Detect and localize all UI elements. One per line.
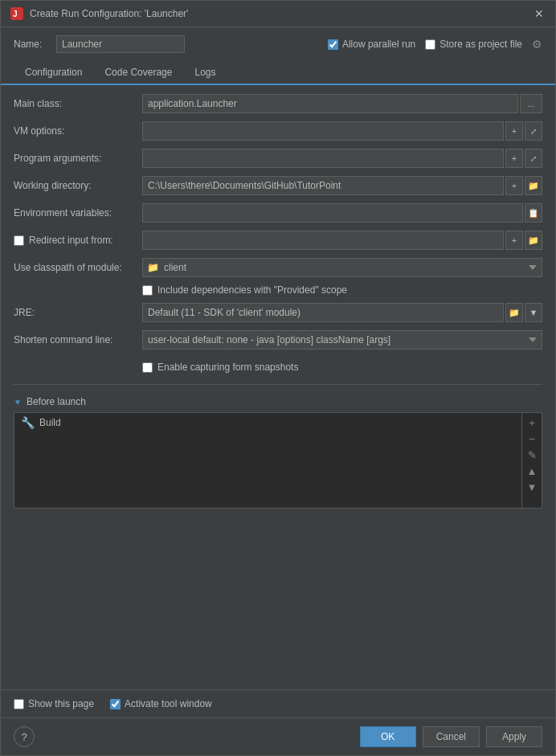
- activate-tool-window-label[interactable]: Activate tool window: [110, 698, 212, 709]
- triangle-icon: ▼: [14, 398, 22, 407]
- before-launch-add-button[interactable]: +: [524, 415, 540, 431]
- program-arguments-expand-button[interactable]: ⤢: [525, 149, 542, 168]
- program-arguments-input[interactable]: [142, 149, 504, 168]
- content-area: Main class: ... VM options: + ⤢ Program …: [1, 85, 555, 689]
- close-button[interactable]: ✕: [533, 7, 546, 20]
- tabs: Configuration Code Coverage Logs: [1, 61, 555, 85]
- allow-parallel-label[interactable]: Allow parallel run: [328, 39, 415, 50]
- jre-input[interactable]: [142, 303, 504, 322]
- shorten-command-select[interactable]: user-local default: none - java [options…: [142, 330, 542, 349]
- jre-input-group: 📁 ▼: [142, 303, 542, 322]
- shorten-command-row: Shorten command line: user-local default…: [14, 329, 542, 350]
- env-variables-label: Environment variables:: [14, 207, 142, 219]
- redirect-input-input[interactable]: [142, 231, 504, 250]
- redirect-input-group: + 📁: [142, 231, 542, 250]
- program-arguments-add-button[interactable]: +: [505, 149, 523, 168]
- working-directory-add-button[interactable]: +: [505, 176, 523, 195]
- env-variables-input[interactable]: [142, 203, 523, 223]
- main-class-browse-button[interactable]: ...: [520, 94, 542, 113]
- jre-dropdown-button[interactable]: ▼: [525, 303, 542, 322]
- name-row: Name: Allow parallel run Store as projec…: [1, 27, 555, 61]
- program-arguments-label: Program arguments:: [14, 153, 142, 164]
- vm-options-label: VM options:: [14, 125, 142, 137]
- allow-parallel-text: Allow parallel run: [342, 39, 415, 50]
- vm-options-input-group: + ⤢: [142, 121, 542, 141]
- program-arguments-row: Program arguments: + ⤢: [14, 148, 542, 169]
- before-launch-build-label: Build: [39, 417, 61, 428]
- working-directory-browse-button[interactable]: 📁: [525, 176, 542, 195]
- app-icon: J: [10, 7, 23, 20]
- before-launch-item: 🔧 Build: [14, 413, 521, 432]
- show-this-page-label[interactable]: Show this page: [14, 698, 94, 709]
- working-directory-row: Working directory: + 📁: [14, 175, 542, 196]
- redirect-input-checkbox[interactable]: [14, 235, 24, 246]
- gear-icon[interactable]: ⚙: [532, 38, 542, 51]
- before-launch-with-side: 🔧 Build + − ✎ ▲ ▼: [14, 413, 542, 508]
- ok-button[interactable]: OK: [360, 726, 416, 747]
- before-launch-area: 🔧 Build + − ✎ ▲ ▼: [14, 412, 542, 509]
- shorten-command-label: Shorten command line:: [14, 334, 142, 345]
- options-row: Allow parallel run Store as project file…: [328, 38, 542, 51]
- capture-snapshots-checkbox[interactable]: [142, 362, 153, 373]
- before-launch-down-button[interactable]: ▼: [524, 479, 540, 495]
- redirect-input-add-button[interactable]: +: [505, 231, 523, 250]
- working-directory-input[interactable]: [142, 176, 504, 195]
- build-icon: 🔧: [21, 416, 35, 429]
- main-class-input[interactable]: [142, 94, 518, 113]
- cancel-button[interactable]: Cancel: [423, 726, 480, 747]
- vm-options-expand-button[interactable]: ⤢: [525, 121, 542, 141]
- vm-options-add-button[interactable]: +: [505, 121, 523, 141]
- tab-logs[interactable]: Logs: [183, 61, 227, 85]
- store-as-project-label[interactable]: Store as project file: [425, 39, 522, 50]
- help-button[interactable]: ?: [14, 726, 35, 747]
- before-launch-up-button[interactable]: ▲: [524, 463, 540, 479]
- name-label: Name:: [14, 39, 50, 50]
- main-class-row: Main class: ...: [14, 93, 542, 114]
- allow-parallel-checkbox[interactable]: [328, 39, 338, 50]
- capture-snapshots-label: Enable capturing form snapshots: [157, 362, 298, 373]
- dialog-title: Create Run Configuration: 'Launcher': [30, 8, 526, 19]
- capture-snapshots-row: Enable capturing form snapshots: [14, 357, 542, 378]
- include-deps-checkbox[interactable]: [142, 285, 153, 296]
- env-variables-row: Environment variables: 📋: [14, 202, 542, 223]
- classpath-module-row: Use classpath of module: 📁 client: [14, 257, 542, 278]
- capture-snapshots-group: Enable capturing form snapshots: [142, 362, 298, 373]
- jre-browse-button[interactable]: 📁: [505, 303, 523, 322]
- include-deps-row: Include dependencies with "Provided" sco…: [142, 284, 542, 296]
- before-launch-title: Before launch: [27, 396, 86, 407]
- apply-button[interactable]: Apply: [486, 726, 542, 747]
- before-launch-remove-button[interactable]: −: [524, 431, 540, 447]
- classpath-module-select-wrap: 📁 client: [142, 258, 542, 277]
- env-variables-copy-button[interactable]: 📋: [525, 203, 542, 223]
- show-this-page-checkbox[interactable]: [14, 699, 24, 709]
- tab-configuration[interactable]: Configuration: [14, 61, 93, 85]
- before-launch-list: 🔧 Build: [14, 413, 521, 508]
- vm-options-input[interactable]: [142, 121, 504, 141]
- main-class-input-group: ...: [142, 94, 542, 113]
- program-arguments-input-group: + ⤢: [142, 149, 542, 168]
- store-as-project-checkbox[interactable]: [425, 39, 435, 50]
- tab-code-coverage[interactable]: Code Coverage: [93, 61, 183, 85]
- classpath-module-label: Use classpath of module:: [14, 262, 142, 273]
- activate-tool-window-text: Activate tool window: [125, 698, 212, 709]
- include-deps-label: Include dependencies with "Provided" sco…: [157, 284, 347, 296]
- store-as-project-text: Store as project file: [439, 39, 522, 50]
- classpath-module-select[interactable]: client: [142, 258, 542, 277]
- env-variables-input-group: 📋: [142, 203, 542, 223]
- before-launch-edit-button[interactable]: ✎: [524, 447, 540, 463]
- title-bar: J Create Run Configuration: 'Launcher' ✕: [1, 1, 555, 27]
- svg-text:J: J: [13, 10, 18, 18]
- redirect-input-browse-button[interactable]: 📁: [525, 231, 542, 250]
- working-directory-input-group: + 📁: [142, 176, 542, 195]
- before-launch-side-buttons: + − ✎ ▲ ▼: [521, 413, 542, 508]
- jre-row: JRE: 📁 ▼: [14, 302, 542, 323]
- before-launch-header[interactable]: ▼ Before launch: [14, 391, 542, 412]
- activate-tool-window-checkbox[interactable]: [110, 699, 121, 709]
- redirect-input-label: Redirect input from:: [29, 235, 120, 246]
- bottom-checkboxes: Show this page Activate tool window: [1, 689, 555, 717]
- footer-buttons: ? OK Cancel Apply: [1, 717, 555, 755]
- main-class-label: Main class:: [14, 98, 142, 109]
- vm-options-row: VM options: + ⤢: [14, 121, 542, 141]
- working-directory-label: Working directory:: [14, 180, 142, 191]
- name-input[interactable]: [56, 35, 185, 53]
